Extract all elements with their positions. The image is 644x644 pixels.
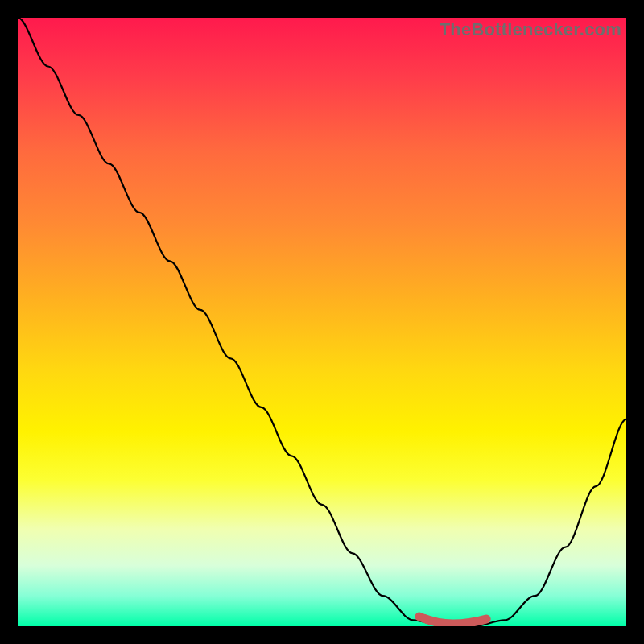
source-attribution: TheBottlenecker.com	[440, 19, 621, 40]
optimal-range-marker	[18, 18, 626, 626]
chart-plot-area: TheBottlenecker.com	[18, 18, 626, 626]
